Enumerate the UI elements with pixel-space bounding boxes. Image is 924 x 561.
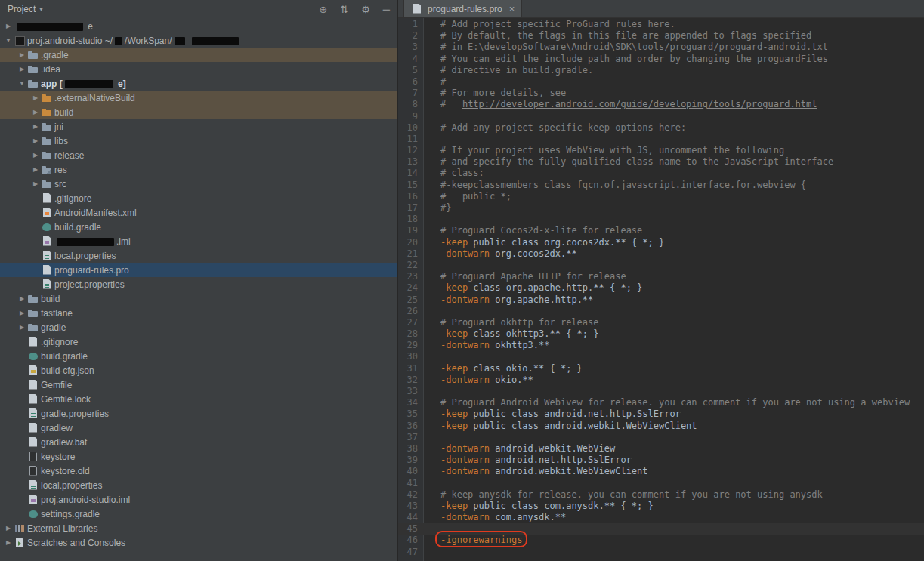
tree-item-src[interactable]: ▶src <box>0 177 397 191</box>
chevron-right-icon[interactable]: ▶ <box>30 166 41 173</box>
tree-item-gradlew[interactable]: gradlew <box>0 421 397 435</box>
code-line-47[interactable]: 47 <box>398 547 924 558</box>
chevron-right-icon[interactable]: ▶ <box>30 94 41 101</box>
code-line-21[interactable]: 21-dontwarn org.cocos2dx.** <box>398 248 924 260</box>
tree-item-project-properties[interactable]: project.properties <box>0 277 397 291</box>
project-view-selector[interactable]: Project ▾ <box>8 4 43 14</box>
chevron-right-icon[interactable]: ▶ <box>3 525 14 532</box>
code-line-17[interactable]: 17#} <box>398 202 924 214</box>
code-line-20[interactable]: 20-keep public class org.cocos2dx.** { *… <box>398 237 924 248</box>
code-line-24[interactable]: 24-keep class org.apache.http.** { *; } <box>398 282 924 294</box>
code-line-30[interactable]: 30 <box>398 351 924 362</box>
code-line-39[interactable]: 39-dontwarn android.net.http.SslError <box>398 455 924 466</box>
code-line-9[interactable]: 9 <box>398 111 924 122</box>
tree-item-proguard-rules[interactable]: proguard-rules.pro <box>0 263 397 277</box>
code-line-38[interactable]: 38-dontwarn android.webkit.WebView <box>398 443 924 455</box>
chevron-right-icon[interactable]: ▶ <box>30 180 41 187</box>
code-line-31[interactable]: 31-keep class okio.** { *; } <box>398 363 924 375</box>
tree-item-scratches-consoles[interactable]: ▶Scratches and Consoles <box>0 535 397 550</box>
chevron-down-icon[interactable]: ▼ <box>17 80 27 87</box>
tree-item-app[interactable]: ▼app [ e] <box>0 76 397 91</box>
tree-item-res[interactable]: ▶res <box>0 162 397 177</box>
tree-item-proj-android-studio-iml[interactable]: proj.android-studio.iml <box>0 492 397 507</box>
code-line-14[interactable]: 14# class: <box>398 168 924 179</box>
code-line-16[interactable]: 16# public *; <box>398 191 924 202</box>
code-line-36[interactable]: 36-keep public class android.webkit.WebV… <box>398 421 924 432</box>
tree-item-libs[interactable]: ▶libs <box>0 134 397 148</box>
chevron-right-icon[interactable]: ▶ <box>17 66 27 72</box>
tree-item-app-local-properties[interactable]: local.properties <box>0 248 397 263</box>
code-line-34[interactable]: 34# Proguard Android Webivew for release… <box>398 397 924 408</box>
editor-tab-proguard-rules[interactable]: proguard-rules.pro × <box>403 0 522 17</box>
code-line-40[interactable]: 40-dontwarn android.webkit.WebViewClient <box>398 466 924 477</box>
code-line-13[interactable]: 13# and specify the fully qualified clas… <box>398 156 924 168</box>
code-line-10[interactable]: 10# Add any project specific keep option… <box>398 122 924 134</box>
code-line-6[interactable]: 6# <box>398 76 924 88</box>
code-line-8[interactable]: 8# http://developer.android.com/guide/de… <box>398 99 924 110</box>
code-line-15[interactable]: 15#-keepclassmembers class fqcn.of.javas… <box>398 180 924 191</box>
tree-item-jni[interactable]: ▶jni <box>0 119 397 134</box>
code-line-7[interactable]: 7# For more details, see <box>398 88 924 99</box>
chevron-right-icon[interactable]: ▶ <box>17 324 27 331</box>
tree-item-gradle-properties[interactable]: gradle.properties <box>0 406 397 421</box>
tree-item-gemfile[interactable]: Gemfile <box>0 378 397 392</box>
tree-item-build-cfg-json[interactable]: build-cfg.json <box>0 363 397 378</box>
tree-item-release[interactable]: ▶release <box>0 148 397 162</box>
code-line-45[interactable]: 45 <box>398 523 924 535</box>
code-line-23[interactable]: 23# Proguard Apache HTTP for release <box>398 271 924 282</box>
code-line-46[interactable]: 46-ignorewarnings <box>398 535 924 546</box>
code-line-44[interactable]: 44-dontwarn com.anysdk.** <box>398 512 924 523</box>
code-line-5[interactable]: 5# directive in build.gradle. <box>398 65 924 76</box>
code-line-4[interactable]: 4# You can edit the include path and ord… <box>398 54 924 65</box>
chevron-right-icon[interactable]: ▶ <box>30 137 41 144</box>
close-icon[interactable]: × <box>509 4 515 14</box>
tree-item-project-root[interactable]: ▼proj.android-studio ~//WorkSpan/ <box>0 33 397 48</box>
tree-item-androidmanifest[interactable]: AndroidManifest.xml <box>0 205 397 220</box>
chevron-right-icon[interactable]: ▶ <box>17 295 27 302</box>
code-line-12[interactable]: 12# If your project uses WebView with JS… <box>398 145 924 156</box>
code-line-22[interactable]: 22 <box>398 260 924 271</box>
chevron-right-icon[interactable]: ▶ <box>3 539 14 546</box>
tree-item-build-gradle[interactable]: build.gradle <box>0 349 397 363</box>
tree-item-app-build-gradle[interactable]: build.gradle <box>0 220 397 234</box>
code-line-37[interactable]: 37 <box>398 432 924 443</box>
code-line-35[interactable]: 35-keep public class android.net.http.Ss… <box>398 408 924 420</box>
tree-item-build-dir[interactable]: ▶build <box>0 291 397 306</box>
code-line-2[interactable]: 2# By default, the flags in this file ar… <box>398 30 924 42</box>
code-line-33[interactable]: 33 <box>398 386 924 397</box>
code-line-19[interactable]: 19# Proguard Cocos2d-x-lite for release <box>398 225 924 236</box>
chevron-right-icon[interactable]: ▶ <box>30 152 41 159</box>
code-line-1[interactable]: 1# Add project specific ProGuard rules h… <box>398 19 924 30</box>
tree-item-redacted-module[interactable]: ▶ e <box>0 19 397 33</box>
chevron-right-icon[interactable]: ▶ <box>30 109 41 116</box>
code-line-11[interactable]: 11 <box>398 134 924 145</box>
chevron-right-icon[interactable]: ▶ <box>30 123 41 130</box>
code-line-42[interactable]: 42# keep anysdk for release. you can com… <box>398 489 924 501</box>
tree-item-settings-gradle[interactable]: settings.gradle <box>0 507 397 521</box>
code-line-28[interactable]: 28-keep class okhttp3.** { *; } <box>398 328 924 340</box>
hide-panel-icon[interactable]: ─ <box>383 5 390 14</box>
tree-item-external-libraries[interactable]: ▶External Libraries <box>0 521 397 535</box>
code-line-18[interactable]: 18 <box>398 214 924 225</box>
tree-item-redacted-iml[interactable]: .iml <box>0 234 397 248</box>
collapse-all-icon[interactable]: ⇅ <box>340 5 348 14</box>
tree-item-gitignore[interactable]: .gitignore <box>0 334 397 349</box>
tree-item-idea-dir[interactable]: ▶.idea <box>0 62 397 76</box>
code-line-32[interactable]: 32-dontwarn okio.** <box>398 375 924 386</box>
code-line-26[interactable]: 26 <box>398 306 924 317</box>
chevron-right-icon[interactable]: ▶ <box>3 23 14 29</box>
tree-item-keystore[interactable]: keystore <box>0 449 397 464</box>
tree-item-gradle-folder[interactable]: ▶gradle <box>0 320 397 334</box>
code-line-43[interactable]: 43-keep public class com.anysdk.** { *; … <box>398 501 924 512</box>
code-line-3[interactable]: 3# in E:\developSoftware\Android\SDK\too… <box>398 42 924 53</box>
tree-item-app-gitignore[interactable]: .gitignore <box>0 191 397 205</box>
code-line-29[interactable]: 29-dontwarn okhttp3.** <box>398 340 924 351</box>
tree-item-local-properties[interactable]: local.properties <box>0 478 397 492</box>
code-line-27[interactable]: 27# Proguard okhttp for release <box>398 317 924 328</box>
tree-item-gemfile-lock[interactable]: Gemfile.lock <box>0 392 397 406</box>
chevron-right-icon[interactable]: ▶ <box>17 51 27 58</box>
tree-item-app-build[interactable]: ▶build <box>0 105 397 119</box>
tree-item-externalnativebuild[interactable]: ▶.externalNativeBuild <box>0 91 397 105</box>
tree-item-keystore-old[interactable]: keystore.old <box>0 464 397 478</box>
code-line-41[interactable]: 41 <box>398 478 924 489</box>
